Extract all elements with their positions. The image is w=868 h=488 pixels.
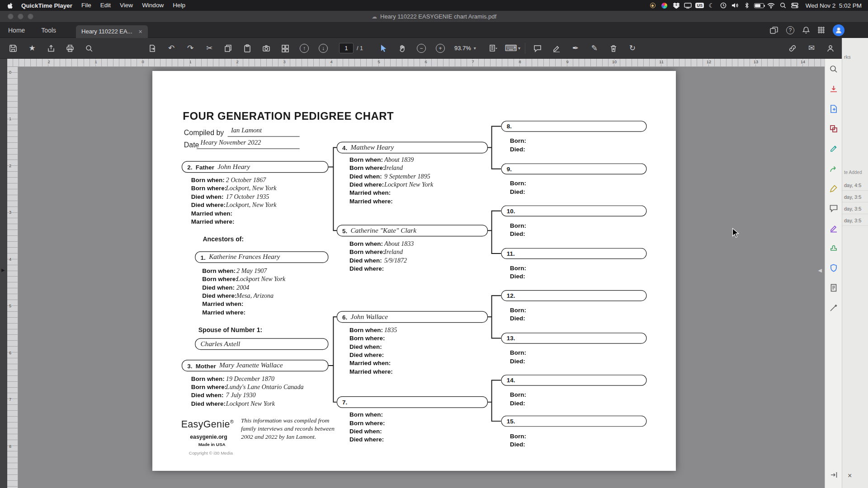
tab-home[interactable]: Home: [0, 23, 33, 38]
spotlight-icon[interactable]: [778, 0, 788, 11]
menu-edit[interactable]: Edit: [96, 0, 115, 11]
zoom-window-button[interactable]: [28, 14, 33, 19]
ruler-number: 7: [9, 397, 11, 402]
battery-icon[interactable]: [754, 0, 764, 11]
field-label: Born when:: [349, 327, 384, 333]
zoom-tool-icon[interactable]: [827, 62, 840, 76]
previous-page-icon[interactable]: ↑: [297, 41, 312, 56]
menu-clock[interactable]: Wed Nov 2 5:02 PM: [802, 2, 863, 9]
bluetooth-icon[interactable]: [742, 0, 751, 11]
organize-pages-icon[interactable]: [278, 41, 293, 56]
volume-icon[interactable]: [731, 0, 740, 11]
hand-tool-icon[interactable]: [395, 41, 410, 56]
redo-icon[interactable]: ↷: [183, 41, 198, 56]
notifications-bell-icon[interactable]: [802, 26, 810, 34]
share-tool-icon[interactable]: [827, 162, 840, 175]
apps-grid-icon[interactable]: [818, 27, 825, 33]
apple-menu-icon[interactable]: [5, 2, 17, 9]
sign-pen-icon[interactable]: ✒: [568, 41, 583, 56]
combine-files-tool-icon[interactable]: [827, 122, 840, 136]
export-pdf-tool-icon[interactable]: [827, 82, 840, 96]
collapse-pane-icon[interactable]: [827, 468, 840, 482]
menu-view[interactable]: View: [115, 0, 137, 11]
next-page-icon[interactable]: ↓: [316, 41, 331, 56]
panel-sort-fragment: te Added: [844, 170, 862, 175]
close-window-button[interactable]: [8, 14, 14, 19]
share-icon[interactable]: [43, 41, 59, 56]
person-number: 3.: [187, 362, 192, 369]
field-label: Born where:: [349, 249, 384, 255]
select-tool-icon[interactable]: [376, 41, 391, 56]
refresh-icon[interactable]: ↻: [625, 41, 640, 56]
comment-tool-icon[interactable]: [827, 202, 840, 215]
panel-row-fragment: day, 3:5: [844, 206, 861, 211]
compiled-by-value: Ian Lamont: [231, 126, 262, 134]
create-pdf-tool-icon[interactable]: [827, 102, 840, 116]
focus-moon-icon[interactable]: ☾: [707, 0, 716, 11]
color-profile-icon[interactable]: [660, 0, 669, 11]
email-icon[interactable]: ✉: [804, 41, 819, 56]
collapse-right-pane-icon[interactable]: ◀: [818, 267, 822, 273]
wifi-icon[interactable]: [767, 0, 776, 11]
comment-icon[interactable]: [530, 41, 545, 56]
field-value: 17 October 1935: [226, 193, 269, 200]
more-tools-icon[interactable]: [827, 301, 840, 314]
field-label: Born when:: [191, 375, 226, 382]
zoom-in-icon[interactable]: +: [433, 41, 448, 56]
field-label: Born when:: [202, 267, 236, 274]
undo-icon[interactable]: ↶: [164, 41, 179, 56]
cut-icon[interactable]: ✂: [202, 41, 217, 56]
draw-marker-tool-icon[interactable]: [827, 221, 840, 235]
tab-tools[interactable]: Tools: [33, 23, 64, 38]
protect-tool-icon[interactable]: [827, 261, 840, 275]
time-machine-icon[interactable]: [719, 0, 728, 11]
field-label: Died when:: [191, 392, 226, 399]
menu-status-area: US ☾ Wed Nov 2 5:02 PM: [648, 0, 863, 11]
link-icon[interactable]: [785, 41, 800, 56]
user-avatar[interactable]: [833, 24, 844, 36]
help-icon[interactable]: ?: [786, 26, 794, 34]
print-icon[interactable]: [62, 41, 78, 56]
snapshot-icon[interactable]: [259, 41, 274, 56]
virtual-keyboard-icon[interactable]: ⌨▾: [505, 41, 520, 56]
window-title-bar[interactable]: ☁ Heary 110222 EASYGENIE chart Aramis.pd…: [0, 11, 868, 23]
page-display-icon[interactable]: [486, 41, 501, 56]
dropbox-icon[interactable]: [672, 0, 681, 11]
copy-pages-icon[interactable]: [221, 41, 236, 56]
zoom-level-select[interactable]: 93.7% ▾: [452, 45, 479, 52]
zoom-out-icon[interactable]: −: [414, 41, 429, 56]
control-center-icon[interactable]: [790, 0, 799, 11]
highlight-icon[interactable]: [549, 41, 564, 56]
save-icon[interactable]: [5, 41, 21, 56]
edit-pdf-tool-icon[interactable]: [827, 142, 840, 155]
tab-close-icon[interactable]: ×: [139, 28, 142, 35]
send-signature-icon[interactable]: [823, 41, 838, 56]
menu-help[interactable]: Help: [168, 0, 190, 11]
menu-app-name[interactable]: QuickTime Player: [17, 2, 77, 9]
fill-sign-tool-icon[interactable]: [827, 182, 840, 195]
menu-window[interactable]: Window: [137, 0, 168, 11]
tab-bar-right: ?: [770, 24, 868, 36]
find-icon[interactable]: [81, 41, 97, 56]
screen-recording-icon[interactable]: [648, 0, 657, 11]
edit-pencil-icon[interactable]: ✎: [587, 41, 602, 56]
menu-file[interactable]: File: [77, 0, 96, 11]
input-source-badge[interactable]: US: [695, 0, 704, 11]
favorites-star-icon[interactable]: ★: [24, 41, 40, 56]
share-screen-icon[interactable]: [770, 27, 778, 34]
person-name: Charles Axtell: [201, 340, 241, 348]
tab-document[interactable]: Heary 110222 EA... ×: [76, 25, 148, 38]
ruler-number: 6: [424, 60, 428, 64]
standards-doc-tool-icon[interactable]: [827, 281, 840, 295]
document-canvas[interactable]: ◀ FOUR GENERATION PEDIGREE CHART Compile…: [18, 67, 825, 488]
minimize-window-button[interactable]: [18, 14, 24, 19]
stamp-tool-icon[interactable]: [827, 241, 840, 255]
expand-left-pane-icon[interactable]: ▶: [1, 267, 5, 272]
page-number-input[interactable]: [339, 43, 354, 53]
paste-clipboard-icon[interactable]: [240, 41, 255, 56]
display-mirroring-icon[interactable]: [684, 0, 693, 11]
export-pdf-icon[interactable]: [145, 41, 160, 56]
delete-pages-icon[interactable]: [606, 41, 621, 56]
panel-close-icon[interactable]: ×: [848, 472, 852, 480]
compiled-by-label: Compiled by: [184, 128, 224, 136]
